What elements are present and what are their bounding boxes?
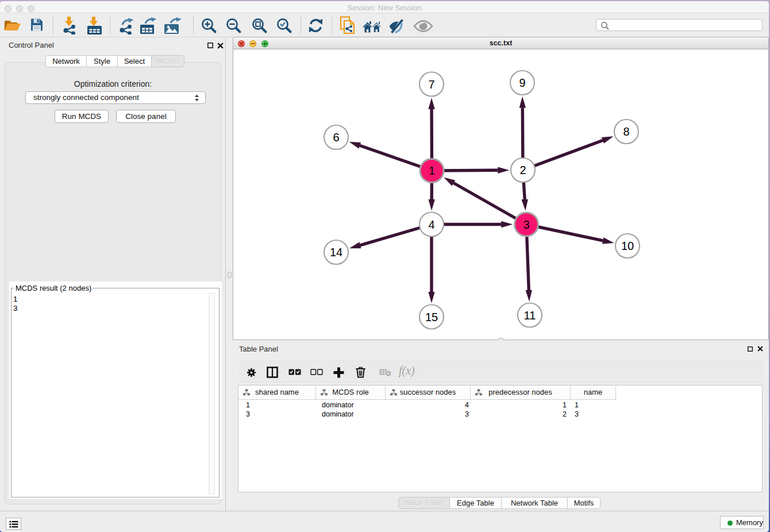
- svg-text:4: 4: [428, 218, 434, 231]
- svg-text:7: 7: [428, 78, 434, 91]
- svg-text:1: 1: [429, 164, 435, 177]
- svg-text:3: 3: [523, 218, 529, 231]
- svg-text:10: 10: [621, 240, 634, 252]
- svg-text:8: 8: [623, 125, 629, 138]
- svg-text:15: 15: [425, 311, 438, 323]
- svg-text:6: 6: [333, 131, 339, 144]
- svg-text:9: 9: [519, 76, 525, 89]
- svg-text:2: 2: [519, 164, 526, 176]
- svg-text:14: 14: [330, 246, 342, 259]
- svg-text:11: 11: [524, 309, 536, 322]
